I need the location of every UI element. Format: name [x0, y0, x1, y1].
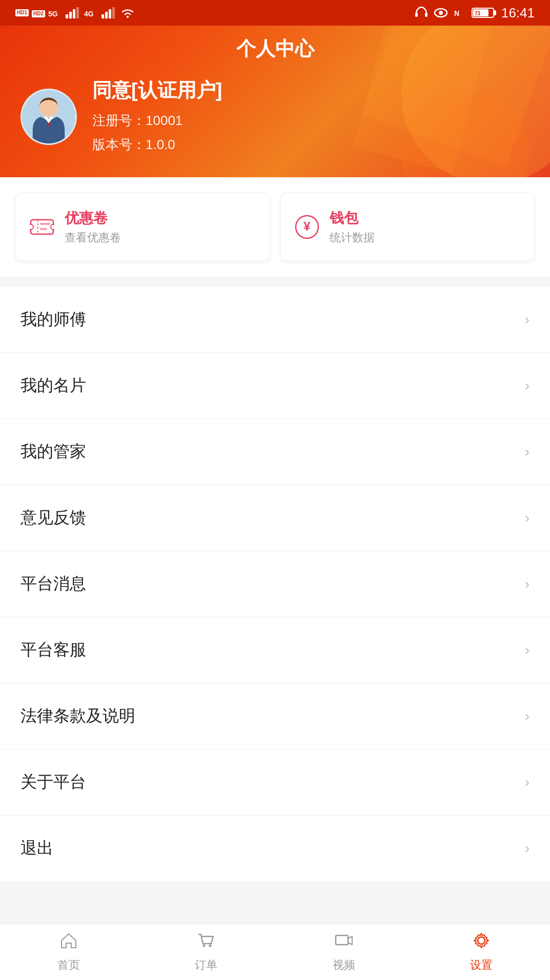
svg-rect-1 — [66, 14, 68, 18]
nav-label-home: 首页 — [57, 957, 80, 973]
svg-rect-32 — [336, 935, 348, 945]
nfc-icon: N — [453, 6, 467, 19]
chevron-right-icon-my-card: › — [525, 378, 529, 394]
headphone-icon — [414, 6, 429, 19]
clock: 16:41 — [501, 5, 535, 21]
coupon-icon — [29, 214, 55, 240]
signal-bars2-icon — [101, 7, 117, 18]
chevron-right-icon-about: › — [525, 774, 529, 790]
svg-rect-3 — [73, 9, 75, 18]
svg-point-10 — [127, 16, 129, 18]
menu-item-platform-service[interactable]: 平台客服 › — [0, 617, 550, 683]
signal-5g-icon: 5G — [48, 7, 63, 18]
coupon-card[interactable]: 优惠卷 查看优惠卷 — [15, 193, 270, 261]
nav-item-home[interactable]: 首页 — [0, 926, 137, 978]
svg-text:73: 73 — [475, 11, 481, 16]
version-number: 1.0.0 — [146, 137, 175, 152]
svg-rect-18 — [494, 10, 496, 15]
svg-rect-8 — [109, 9, 111, 18]
nav-label-orders: 订单 — [195, 957, 217, 973]
svg-text:4G: 4G — [84, 10, 94, 18]
menu-label-feedback: 意见反馈 — [21, 507, 86, 529]
user-reg: 注册号：10001 — [92, 109, 222, 133]
nav-item-orders[interactable]: 订单 — [137, 926, 275, 978]
menu-label-my-butler: 我的管家 — [21, 441, 86, 463]
chevron-right-icon-platform-message: › — [525, 576, 529, 592]
nav-label-settings: 设置 — [470, 957, 493, 973]
coupon-svg-icon — [30, 217, 54, 237]
settings-icon — [472, 931, 491, 954]
chevron-right-icon-my-butler: › — [525, 444, 529, 460]
svg-text:5G: 5G — [48, 10, 58, 18]
svg-rect-12 — [425, 13, 427, 17]
menu-item-my-card[interactable]: 我的名片 › — [0, 353, 550, 419]
battery-icon: 73 — [472, 6, 497, 19]
video-icon — [335, 931, 353, 954]
cards-section: 优惠卷 查看优惠卷 ¥ 钱包 统计数据 — [0, 177, 550, 277]
chevron-right-icon-platform-service: › — [525, 642, 529, 658]
hero-section: 个人中心 同意[认证用户] 注册号：10001 — [0, 26, 550, 177]
svg-rect-11 — [415, 13, 418, 17]
svg-rect-7 — [105, 12, 108, 18]
user-name: 同意[认证用户] — [92, 77, 222, 103]
bottom-nav: 首页 订单 视频 设置 — [0, 924, 550, 980]
svg-rect-2 — [69, 12, 72, 18]
menu-label-logout: 退出 — [21, 837, 53, 860]
svg-rect-27 — [40, 228, 47, 230]
wifi-icon — [120, 7, 135, 18]
page-title: 个人中心 — [21, 36, 529, 62]
svg-text:¥: ¥ — [303, 219, 311, 233]
svg-point-33 — [478, 937, 485, 944]
svg-point-31 — [209, 945, 212, 947]
avatar-svg — [22, 90, 75, 143]
svg-text:N: N — [454, 9, 459, 17]
status-right: N 73 16:41 — [414, 5, 535, 21]
menu-label-platform-service: 平台客服 — [21, 639, 86, 661]
menu-list: 我的师傅 › 我的名片 › 我的管家 › 意见反馈 › 平台消息 › 平台客服 … — [0, 287, 550, 881]
chevron-right-icon-feedback: › — [525, 510, 529, 526]
user-version: 版本号：1.0.0 — [92, 133, 222, 157]
nav-item-video[interactable]: 视频 — [275, 926, 413, 978]
chevron-right-icon-my-master: › — [525, 311, 529, 328]
menu-item-feedback[interactable]: 意见反馈 › — [0, 485, 550, 551]
svg-rect-9 — [112, 7, 115, 18]
avatar[interactable] — [21, 89, 77, 145]
wallet-subtitle: 统计数据 — [330, 230, 375, 245]
svg-rect-6 — [101, 14, 104, 18]
menu-label-my-card: 我的名片 — [21, 374, 86, 397]
home-icon — [59, 931, 78, 954]
svg-point-30 — [203, 945, 206, 947]
chevron-right-icon-logout: › — [525, 840, 529, 857]
menu-item-about[interactable]: 关于平台 › — [0, 749, 550, 816]
svg-point-23 — [30, 224, 33, 230]
menu-label-about: 关于平台 — [21, 771, 86, 794]
menu-item-legal[interactable]: 法律条款及说明 › — [0, 683, 550, 749]
menu-label-my-master: 我的师傅 — [21, 308, 86, 331]
hd1-badge: HD1 — [15, 9, 29, 16]
status-bar: HD1 HD2 5G 4G — [0, 0, 550, 26]
user-info: 同意[认证用户] 注册号：10001 版本号：1.0.0 — [21, 77, 529, 157]
svg-rect-4 — [76, 7, 79, 18]
reg-label: 注册号： — [92, 113, 146, 128]
wallet-text: 钱包 统计数据 — [330, 208, 375, 245]
coupon-title: 优惠卷 — [65, 208, 121, 228]
wallet-svg-icon: ¥ — [295, 215, 319, 239]
menu-item-my-master[interactable]: 我的师傅 › — [0, 287, 550, 353]
menu-label-platform-message: 平台消息 — [21, 573, 86, 595]
menu-item-my-butler[interactable]: 我的管家 › — [0, 419, 550, 485]
coupon-text: 优惠卷 查看优惠卷 — [65, 208, 121, 245]
reg-number: 10001 — [146, 113, 182, 128]
chevron-right-icon-legal: › — [525, 708, 529, 724]
menu-item-platform-message[interactable]: 平台消息 › — [0, 551, 550, 617]
status-left: HD1 HD2 5G 4G — [15, 7, 135, 18]
signal-4g-icon: 4G — [84, 7, 98, 18]
menu-label-legal: 法律条款及说明 — [21, 705, 135, 727]
eye-icon — [433, 6, 449, 19]
nav-item-settings[interactable]: 设置 — [413, 926, 550, 978]
version-label: 版本号： — [92, 137, 146, 152]
hd2-badge: HD2 — [32, 10, 45, 17]
wallet-card[interactable]: ¥ 钱包 统计数据 — [280, 193, 535, 261]
menu-item-logout[interactable]: 退出 › — [0, 816, 550, 881]
wallet-title: 钱包 — [330, 208, 375, 228]
signal-bars-icon — [66, 7, 81, 18]
